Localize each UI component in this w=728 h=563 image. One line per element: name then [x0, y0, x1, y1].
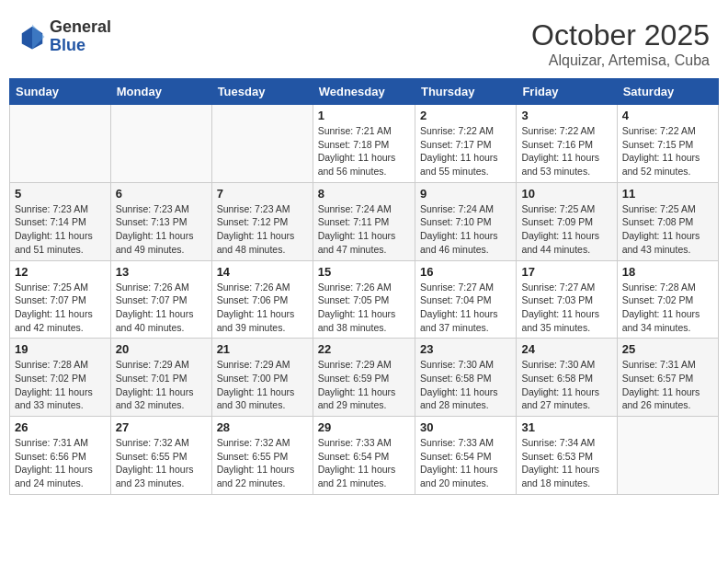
- calendar-cell: 29Sunrise: 7:33 AMSunset: 6:54 PMDayligh…: [313, 417, 415, 495]
- day-number: 20: [116, 342, 207, 356]
- month-title: October 2025: [531, 18, 710, 52]
- day-info: Sunrise: 7:32 AMSunset: 6:55 PMDaylight:…: [217, 436, 308, 490]
- day-number: 9: [420, 187, 511, 201]
- title-block: October 2025 Alquizar, Artemisa, Cuba: [531, 18, 710, 69]
- calendar-cell: 26Sunrise: 7:31 AMSunset: 6:56 PMDayligh…: [10, 417, 111, 495]
- day-info: Sunrise: 7:22 AMSunset: 7:17 PMDaylight:…: [420, 124, 511, 178]
- calendar-cell: 11Sunrise: 7:25 AMSunset: 7:08 PMDayligh…: [617, 182, 718, 260]
- calendar-cell: 12Sunrise: 7:25 AMSunset: 7:07 PMDayligh…: [10, 260, 111, 339]
- day-info: Sunrise: 7:34 AMSunset: 6:53 PMDaylight:…: [521, 436, 611, 490]
- day-number: 25: [622, 342, 713, 356]
- weekday-header-friday: Friday: [517, 79, 617, 105]
- day-number: 14: [217, 265, 308, 279]
- day-number: 13: [116, 265, 207, 279]
- day-info: Sunrise: 7:30 AMSunset: 6:58 PMDaylight:…: [420, 358, 511, 412]
- calendar-cell: 13Sunrise: 7:26 AMSunset: 7:07 PMDayligh…: [110, 260, 211, 339]
- calendar-cell: [211, 105, 313, 183]
- calendar-cell: 28Sunrise: 7:32 AMSunset: 6:55 PMDayligh…: [211, 417, 313, 495]
- calendar-cell: [617, 417, 718, 495]
- day-info: Sunrise: 7:26 AMSunset: 7:06 PMDaylight:…: [217, 281, 308, 335]
- day-info: Sunrise: 7:28 AMSunset: 7:02 PMDaylight:…: [15, 358, 106, 412]
- calendar-cell: 2Sunrise: 7:22 AMSunset: 7:17 PMDaylight…: [415, 105, 516, 183]
- calendar-week-1: 1Sunrise: 7:21 AMSunset: 7:18 PMDaylight…: [10, 105, 719, 183]
- calendar-cell: 22Sunrise: 7:29 AMSunset: 6:59 PMDayligh…: [313, 339, 415, 417]
- weekday-header-wednesday: Wednesday: [313, 79, 415, 105]
- calendar-cell: 15Sunrise: 7:26 AMSunset: 7:05 PMDayligh…: [313, 260, 415, 339]
- calendar-cell: 18Sunrise: 7:28 AMSunset: 7:02 PMDayligh…: [617, 260, 718, 339]
- day-number: 29: [318, 420, 410, 434]
- day-number: 1: [318, 109, 410, 122]
- calendar-cell: 6Sunrise: 7:23 AMSunset: 7:13 PMDaylight…: [110, 182, 211, 260]
- weekday-header-thursday: Thursday: [415, 79, 516, 105]
- calendar-cell: 16Sunrise: 7:27 AMSunset: 7:04 PMDayligh…: [415, 260, 516, 339]
- day-info: Sunrise: 7:27 AMSunset: 7:03 PMDaylight:…: [521, 281, 611, 335]
- calendar-cell: 30Sunrise: 7:33 AMSunset: 6:54 PMDayligh…: [415, 417, 516, 495]
- day-info: Sunrise: 7:32 AMSunset: 6:55 PMDaylight:…: [116, 436, 207, 490]
- logo-text: General Blue: [50, 18, 111, 55]
- page-header: General Blue October 2025 Alquizar, Arte…: [9, 9, 719, 74]
- day-info: Sunrise: 7:21 AMSunset: 7:18 PMDaylight:…: [318, 124, 410, 178]
- day-number: 19: [15, 342, 106, 356]
- weekday-header-monday: Monday: [110, 79, 211, 105]
- day-info: Sunrise: 7:24 AMSunset: 7:10 PMDaylight:…: [420, 202, 511, 257]
- day-number: 21: [217, 342, 308, 356]
- day-number: 15: [318, 265, 410, 279]
- calendar-week-3: 12Sunrise: 7:25 AMSunset: 7:07 PMDayligh…: [10, 260, 719, 339]
- day-number: 7: [217, 187, 308, 201]
- day-number: 17: [521, 265, 611, 279]
- day-number: 16: [420, 265, 511, 279]
- day-info: Sunrise: 7:25 AMSunset: 7:09 PMDaylight:…: [521, 202, 611, 257]
- calendar-cell: 31Sunrise: 7:34 AMSunset: 6:53 PMDayligh…: [517, 417, 617, 495]
- day-info: Sunrise: 7:23 AMSunset: 7:12 PMDaylight:…: [217, 202, 308, 257]
- day-info: Sunrise: 7:26 AMSunset: 7:05 PMDaylight:…: [318, 281, 410, 335]
- calendar-cell: 21Sunrise: 7:29 AMSunset: 7:00 PMDayligh…: [211, 339, 313, 417]
- day-info: Sunrise: 7:31 AMSunset: 6:57 PMDaylight:…: [622, 358, 713, 412]
- day-number: 4: [622, 109, 713, 122]
- weekday-header-row: SundayMondayTuesdayWednesdayThursdayFrid…: [10, 79, 719, 105]
- logo-icon: [18, 23, 46, 51]
- day-number: 18: [622, 265, 713, 279]
- day-info: Sunrise: 7:29 AMSunset: 6:59 PMDaylight:…: [318, 358, 410, 412]
- day-number: 2: [420, 109, 511, 122]
- day-info: Sunrise: 7:22 AMSunset: 7:15 PMDaylight:…: [622, 124, 713, 178]
- calendar-cell: 20Sunrise: 7:29 AMSunset: 7:01 PMDayligh…: [110, 339, 211, 417]
- day-info: Sunrise: 7:31 AMSunset: 6:56 PMDaylight:…: [15, 436, 106, 490]
- day-number: 31: [521, 420, 611, 434]
- calendar-cell: 3Sunrise: 7:22 AMSunset: 7:16 PMDaylight…: [517, 105, 617, 183]
- day-number: 11: [622, 187, 713, 201]
- day-number: 26: [15, 420, 106, 434]
- weekday-header-sunday: Sunday: [10, 79, 111, 105]
- location-title: Alquizar, Artemisa, Cuba: [531, 52, 710, 69]
- day-number: 28: [217, 420, 308, 434]
- day-info: Sunrise: 7:27 AMSunset: 7:04 PMDaylight:…: [420, 281, 511, 335]
- day-number: 8: [318, 187, 410, 201]
- calendar-cell: 1Sunrise: 7:21 AMSunset: 7:18 PMDaylight…: [313, 105, 415, 183]
- day-info: Sunrise: 7:25 AMSunset: 7:08 PMDaylight:…: [622, 202, 713, 257]
- calendar-cell: 27Sunrise: 7:32 AMSunset: 6:55 PMDayligh…: [110, 417, 211, 495]
- day-info: Sunrise: 7:33 AMSunset: 6:54 PMDaylight:…: [318, 436, 410, 490]
- day-number: 27: [116, 420, 207, 434]
- day-number: 3: [521, 109, 611, 122]
- calendar-table: SundayMondayTuesdayWednesdayThursdayFrid…: [9, 78, 719, 495]
- day-number: 23: [420, 342, 511, 356]
- day-info: Sunrise: 7:28 AMSunset: 7:02 PMDaylight:…: [622, 281, 713, 335]
- logo: General Blue: [18, 18, 111, 55]
- calendar-cell: 14Sunrise: 7:26 AMSunset: 7:06 PMDayligh…: [211, 260, 313, 339]
- day-info: Sunrise: 7:23 AMSunset: 7:13 PMDaylight:…: [116, 202, 207, 257]
- weekday-header-tuesday: Tuesday: [211, 79, 313, 105]
- calendar-cell: 8Sunrise: 7:24 AMSunset: 7:11 PMDaylight…: [313, 182, 415, 260]
- day-info: Sunrise: 7:22 AMSunset: 7:16 PMDaylight:…: [521, 124, 611, 178]
- day-number: 12: [15, 265, 106, 279]
- calendar-cell: 19Sunrise: 7:28 AMSunset: 7:02 PMDayligh…: [10, 339, 111, 417]
- day-number: 5: [15, 187, 106, 201]
- calendar-cell: 9Sunrise: 7:24 AMSunset: 7:10 PMDaylight…: [415, 182, 516, 260]
- calendar-cell: 17Sunrise: 7:27 AMSunset: 7:03 PMDayligh…: [517, 260, 617, 339]
- day-number: 6: [116, 187, 207, 201]
- day-number: 10: [521, 187, 611, 201]
- day-info: Sunrise: 7:29 AMSunset: 7:00 PMDaylight:…: [217, 358, 308, 412]
- calendar-cell: 10Sunrise: 7:25 AMSunset: 7:09 PMDayligh…: [517, 182, 617, 260]
- calendar-week-2: 5Sunrise: 7:23 AMSunset: 7:14 PMDaylight…: [10, 182, 719, 260]
- day-number: 24: [521, 342, 611, 356]
- calendar-cell: 23Sunrise: 7:30 AMSunset: 6:58 PMDayligh…: [415, 339, 516, 417]
- day-info: Sunrise: 7:24 AMSunset: 7:11 PMDaylight:…: [318, 202, 410, 257]
